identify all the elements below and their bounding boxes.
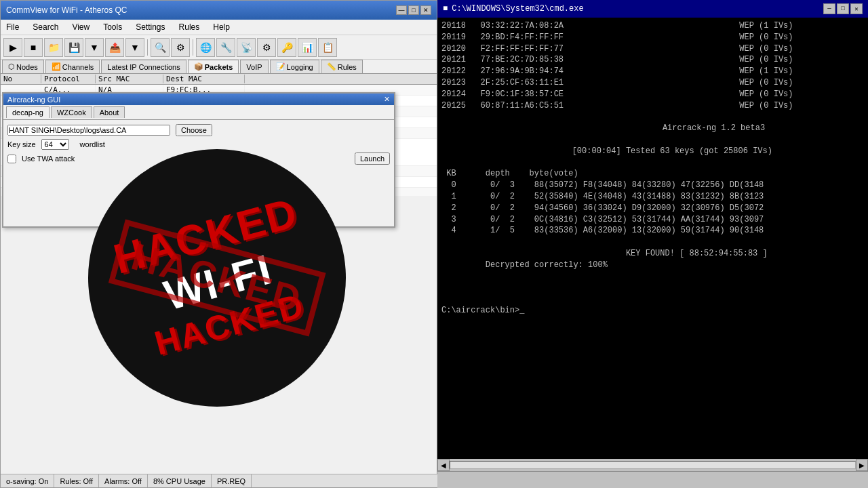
subtab-wzcook[interactable]: WZCook (51, 106, 92, 118)
autosaving-status: o-saving: On (1, 474, 54, 487)
tab-packets[interactable]: 📦 Packets (188, 60, 239, 73)
extra2-button[interactable]: 🔑 (277, 38, 296, 57)
cmd-line: 20125 60:87:11:A6:C5:51 WEP (0 IVs) (441, 100, 864, 112)
filter-button[interactable]: ⚙ (171, 38, 190, 57)
launch-button[interactable]: Launch (355, 152, 390, 165)
menu-rules[interactable]: Rules (176, 21, 203, 33)
cmd-titlebar: ■ C:\WINDOWS\System32\cmd.exe — □ ✕ (437, 0, 868, 18)
bottom-status-cmd (437, 471, 868, 488)
menubar: File Search View Tools Settings Rules He… (1, 20, 437, 35)
aircrack-subwindow: Aircrack-ng GUI ✕ decap-ng WZCook About … (2, 92, 395, 228)
tab-latest-ip[interactable]: Latest IP Connections (101, 60, 186, 73)
cmd-icon: ■ (443, 4, 448, 14)
aircrack-close[interactable]: ✕ (384, 95, 390, 103)
cmd-window-controls: — □ ✕ (823, 3, 863, 14)
menu-file[interactable]: File (3, 21, 22, 33)
tools-button[interactable]: 🔧 (216, 38, 235, 57)
menu-settings[interactable]: Settings (133, 21, 167, 33)
scroll-right-button[interactable]: ▶ (856, 459, 868, 471)
cmd-titlebar-left: ■ C:\WINDOWS\System32\cmd.exe (443, 4, 584, 14)
cmd-line: 20118 03:32:22:7A:08:2A WEP (1 IVs) (441, 20, 864, 32)
subtab-about[interactable]: About (94, 106, 125, 118)
cmd-row-2: 2 0/ 2 94(34560) 36(33024) D9(32000) 32(… (441, 203, 864, 214)
commview-window: CommView for WiFi - Atheros QC — □ ✕ Fil… (0, 0, 437, 488)
map-button[interactable]: 🌐 (196, 38, 215, 57)
cmd-blank6 (441, 282, 864, 293)
alarms-status: Alarms: Off (99, 474, 148, 487)
save-drop[interactable]: ▼ (85, 38, 104, 57)
aircrack-window-controls: ✕ (384, 95, 390, 104)
toolbar: ▶ ■ 📁 💾 ▼ 📤 ▼ 🔍 ⚙ 🌐 🔧 📡 ⚙ 🔑 📊 📋 (1, 35, 437, 60)
antenna-button[interactable]: 📡 (237, 38, 256, 57)
commview-titlebar: CommView for WiFi - Atheros QC — □ ✕ (1, 1, 437, 20)
zoom-button[interactable]: 🔍 (151, 38, 170, 57)
cmd-maximize[interactable]: □ (837, 3, 849, 14)
separator (147, 39, 148, 56)
export-drop[interactable]: ▼ (125, 38, 144, 57)
tab-nodes[interactable]: ⬡ Nodes (2, 60, 44, 73)
cmd-line: 20119 29:BD:F4:FF:FF:FF WEP (0 IVs) (441, 32, 864, 43)
cmd-scrollbar: ◀ ▶ (437, 459, 868, 471)
packets-icon: 📦 (194, 62, 203, 71)
channels-icon: 📶 (52, 62, 61, 71)
cmd-line: 20122 27:96:9A:9B:94:74 WEP (1 IVs) (441, 66, 864, 77)
close-button[interactable]: ✕ (420, 5, 431, 15)
cmd-blank5 (441, 271, 864, 283)
col-dest-mac: Dest MAC (163, 75, 245, 83)
path-input[interactable] (7, 125, 170, 136)
stop-button[interactable]: ■ (24, 38, 43, 57)
export-button[interactable]: 📤 (105, 38, 124, 57)
aircrack-title: Aircrack-ng GUI (7, 96, 60, 104)
tab-rules[interactable]: 📏 Rules (321, 60, 363, 73)
cmd-title: C:\WINDOWS\System32\cmd.exe (452, 4, 583, 14)
extra3-button[interactable]: 📊 (298, 38, 317, 57)
cmd-blank4 (441, 237, 864, 248)
navtabs: ⬡ Nodes 📶 Channels Latest IP Connections… (1, 60, 437, 74)
cmd-blank3 (441, 157, 864, 169)
nodes-icon: ⬡ (8, 62, 15, 71)
menu-search[interactable]: Search (30, 21, 61, 33)
pr-req-status: PR.REQ (212, 474, 252, 487)
choose-button[interactable]: Choose (176, 124, 212, 136)
logging-icon: 📝 (276, 62, 285, 71)
twa-label: Use TWA attack (22, 155, 75, 163)
open-button[interactable]: 📁 (44, 38, 63, 57)
packet-list-header: No Protocol Src MAC Dest MAC (1, 74, 437, 85)
save-button[interactable]: 💾 (64, 38, 83, 57)
cmd-tested-keys: [00:00:04] Tested 63 keys (got 25806 IVs… (441, 146, 864, 157)
tab-voip[interactable]: VoIP (240, 60, 268, 73)
menu-view[interactable]: View (69, 21, 92, 33)
cmd-line: 20121 77:BE:2C:7D:85:38 WEP (0 IVs) (441, 54, 864, 66)
scroll-left-button[interactable]: ◀ (437, 459, 450, 471)
aircrack-content: Choose Key size 64 128 wordlist Use TWA … (3, 120, 394, 171)
cmd-prompt: C:\aircrack\bin>_ (441, 305, 864, 317)
tab-logging[interactable]: 📝 Logging (270, 60, 319, 73)
cmd-close[interactable]: ✕ (850, 3, 863, 14)
extra4-button[interactable]: 📋 (318, 38, 337, 57)
cmd-minimize[interactable]: — (823, 3, 835, 14)
cmd-decrypted: Decrypted correctly: 100% (441, 260, 864, 271)
twa-checkbox[interactable] (7, 155, 16, 163)
subtab-decapng[interactable]: decap-ng (6, 106, 50, 118)
play-button[interactable]: ▶ (3, 38, 22, 57)
menu-tools[interactable]: Tools (100, 21, 125, 33)
cmd-aircrack-version: Aircrack-ng 1.2 beta3 (441, 123, 864, 134)
menu-help[interactable]: Help (210, 21, 233, 33)
scrollbar-track[interactable] (450, 461, 856, 469)
cmd-key-found: KEY FOUND! [ 88:52:94:55:83 ] (441, 248, 864, 260)
col-protocol: Protocol (41, 75, 96, 83)
maximize-button[interactable]: □ (408, 5, 419, 15)
minimize-button[interactable]: — (396, 5, 407, 15)
keysize-select[interactable]: 64 128 (41, 139, 69, 150)
aircrack-tabs: decap-ng WZCook About (3, 105, 394, 120)
tab-channels[interactable]: 📶 Channels (45, 60, 100, 73)
commview-window-controls: — □ ✕ (396, 5, 431, 15)
extra1-button[interactable]: ⚙ (257, 38, 276, 57)
keysize-label: Key size (7, 140, 36, 148)
cmd-blank2 (441, 134, 864, 146)
col-no: No (1, 75, 41, 83)
col-src-mac: Src MAC (96, 75, 163, 83)
wordlist-label: wordlist (80, 140, 105, 148)
cmd-line: 20124 F9:0C:1F:38:57:CE WEP (0 IVs) (441, 89, 864, 100)
cmd-content: 20118 03:32:22:7A:08:2A WEP (1 IVs) 2011… (437, 18, 868, 471)
